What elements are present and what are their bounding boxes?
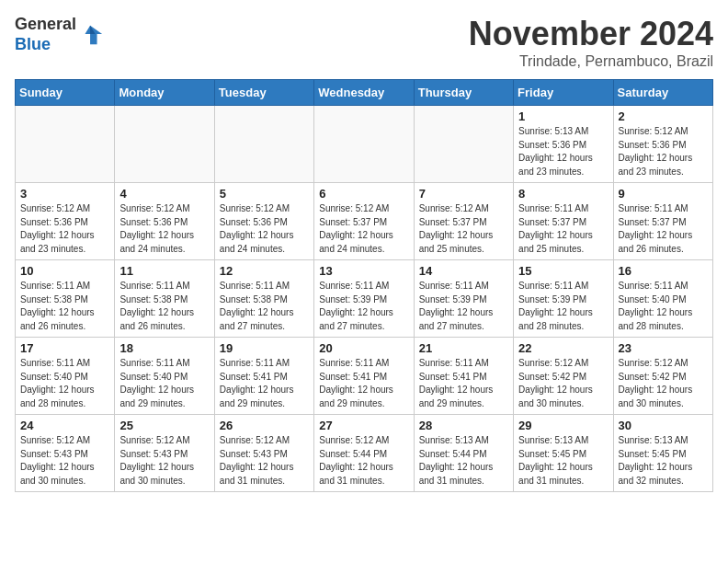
weekday-header-monday: Monday — [115, 80, 214, 106]
day-info: Sunrise: 5:11 AM Sunset: 5:41 PM Dayligh… — [319, 357, 408, 410]
day-number: 8 — [518, 187, 608, 201]
day-number: 9 — [619, 187, 708, 201]
day-number: 21 — [419, 341, 508, 355]
day-info: Sunrise: 5:11 AM Sunset: 5:41 PM Dayligh… — [220, 357, 309, 410]
calendar-cell: 9Sunrise: 5:11 AM Sunset: 5:37 PM Daylig… — [613, 183, 712, 260]
calendar-cell: 3Sunrise: 5:12 AM Sunset: 5:36 PM Daylig… — [16, 183, 115, 260]
day-number: 7 — [419, 187, 508, 201]
day-info: Sunrise: 5:12 AM Sunset: 5:36 PM Dayligh… — [20, 202, 109, 256]
logo: General Blue — [15, 15, 104, 54]
day-number: 29 — [518, 419, 608, 432]
calendar-cell: 21Sunrise: 5:11 AM Sunset: 5:41 PM Dayli… — [414, 338, 513, 415]
calendar-cell: 16Sunrise: 5:11 AM Sunset: 5:40 PM Dayli… — [613, 260, 712, 338]
day-info: Sunrise: 5:11 AM Sunset: 5:39 PM Dayligh… — [419, 280, 508, 333]
calendar-cell: 24Sunrise: 5:12 AM Sunset: 5:43 PM Dayli… — [16, 415, 115, 492]
day-number: 27 — [319, 419, 408, 432]
day-number: 28 — [419, 419, 508, 432]
day-info: Sunrise: 5:11 AM Sunset: 5:40 PM Dayligh… — [619, 280, 708, 333]
day-number: 18 — [119, 341, 209, 355]
day-info: Sunrise: 5:12 AM Sunset: 5:43 PM Dayligh… — [20, 434, 109, 488]
day-info: Sunrise: 5:12 AM Sunset: 5:42 PM Dayligh… — [619, 357, 708, 410]
day-info: Sunrise: 5:11 AM Sunset: 5:37 PM Dayligh… — [619, 202, 708, 256]
logo-icon — [78, 22, 104, 48]
calendar-cell: 8Sunrise: 5:11 AM Sunset: 5:37 PM Daylig… — [514, 183, 613, 260]
weekday-header-thursday: Thursday — [414, 80, 513, 106]
day-number: 12 — [220, 264, 309, 278]
calendar-cell: 22Sunrise: 5:12 AM Sunset: 5:42 PM Dayli… — [514, 338, 613, 415]
day-info: Sunrise: 5:11 AM Sunset: 5:38 PM Dayligh… — [220, 280, 309, 333]
day-number: 23 — [619, 341, 708, 355]
calendar-cell — [115, 106, 214, 183]
day-info: Sunrise: 5:12 AM Sunset: 5:44 PM Dayligh… — [319, 434, 408, 488]
calendar-cell: 23Sunrise: 5:12 AM Sunset: 5:42 PM Dayli… — [613, 338, 712, 415]
day-info: Sunrise: 5:11 AM Sunset: 5:37 PM Dayligh… — [518, 202, 608, 256]
logo-blue: Blue — [15, 35, 51, 53]
calendar-cell: 25Sunrise: 5:12 AM Sunset: 5:43 PM Dayli… — [115, 415, 214, 492]
calendar-cell: 18Sunrise: 5:11 AM Sunset: 5:40 PM Dayli… — [115, 338, 214, 415]
day-number: 10 — [20, 264, 109, 278]
calendar-week-row: 10Sunrise: 5:11 AM Sunset: 5:38 PM Dayli… — [16, 260, 713, 338]
weekday-header-tuesday: Tuesday — [214, 80, 313, 106]
weekday-header-friday: Friday — [514, 80, 613, 106]
calendar-week-row: 24Sunrise: 5:12 AM Sunset: 5:43 PM Dayli… — [16, 415, 713, 492]
calendar-cell — [214, 106, 313, 183]
day-number: 30 — [619, 419, 708, 432]
day-number: 5 — [220, 187, 309, 201]
calendar-week-row: 3Sunrise: 5:12 AM Sunset: 5:36 PM Daylig… — [16, 183, 713, 260]
calendar-cell: 15Sunrise: 5:11 AM Sunset: 5:39 PM Dayli… — [514, 260, 613, 338]
calendar-cell: 17Sunrise: 5:11 AM Sunset: 5:40 PM Dayli… — [16, 338, 115, 415]
weekday-header-row: SundayMondayTuesdayWednesdayThursdayFrid… — [16, 80, 713, 106]
calendar-cell — [314, 106, 414, 183]
calendar-cell: 19Sunrise: 5:11 AM Sunset: 5:41 PM Dayli… — [214, 338, 313, 415]
calendar-cell: 26Sunrise: 5:12 AM Sunset: 5:43 PM Dayli… — [214, 415, 313, 492]
day-info: Sunrise: 5:13 AM Sunset: 5:45 PM Dayligh… — [619, 434, 708, 488]
page-header: General Blue November 2024 Trindade, Per… — [15, 15, 713, 70]
day-info: Sunrise: 5:12 AM Sunset: 5:43 PM Dayligh… — [220, 434, 309, 488]
calendar-cell: 30Sunrise: 5:13 AM Sunset: 5:45 PM Dayli… — [613, 415, 712, 492]
day-info: Sunrise: 5:11 AM Sunset: 5:39 PM Dayligh… — [319, 280, 408, 333]
month-title: November 2024 — [469, 15, 713, 53]
day-number: 1 — [518, 109, 608, 123]
calendar-cell: 28Sunrise: 5:13 AM Sunset: 5:44 PM Dayli… — [414, 415, 513, 492]
day-number: 22 — [518, 341, 608, 355]
day-number: 13 — [319, 264, 408, 278]
calendar-cell — [414, 106, 513, 183]
calendar-cell: 5Sunrise: 5:12 AM Sunset: 5:36 PM Daylig… — [214, 183, 313, 260]
calendar-cell: 2Sunrise: 5:12 AM Sunset: 5:36 PM Daylig… — [613, 106, 712, 183]
day-number: 4 — [119, 187, 209, 201]
calendar-header: SundayMondayTuesdayWednesdayThursdayFrid… — [16, 80, 713, 106]
calendar-week-row: 17Sunrise: 5:11 AM Sunset: 5:40 PM Dayli… — [16, 338, 713, 415]
calendar-cell: 14Sunrise: 5:11 AM Sunset: 5:39 PM Dayli… — [414, 260, 513, 338]
calendar-cell: 10Sunrise: 5:11 AM Sunset: 5:38 PM Dayli… — [16, 260, 115, 338]
day-info: Sunrise: 5:12 AM Sunset: 5:36 PM Dayligh… — [220, 202, 309, 256]
svg-marker-0 — [85, 25, 103, 44]
calendar-cell: 11Sunrise: 5:11 AM Sunset: 5:38 PM Dayli… — [115, 260, 214, 338]
calendar-cell: 20Sunrise: 5:11 AM Sunset: 5:41 PM Dayli… — [314, 338, 414, 415]
day-number: 11 — [119, 264, 209, 278]
day-info: Sunrise: 5:12 AM Sunset: 5:36 PM Dayligh… — [119, 202, 209, 256]
day-info: Sunrise: 5:11 AM Sunset: 5:40 PM Dayligh… — [119, 357, 209, 410]
calendar-cell — [16, 106, 115, 183]
day-info: Sunrise: 5:11 AM Sunset: 5:39 PM Dayligh… — [518, 280, 608, 333]
day-number: 15 — [518, 264, 608, 278]
day-info: Sunrise: 5:11 AM Sunset: 5:38 PM Dayligh… — [119, 280, 209, 333]
day-number: 3 — [20, 187, 109, 201]
day-info: Sunrise: 5:12 AM Sunset: 5:36 PM Dayligh… — [619, 125, 708, 178]
weekday-header-sunday: Sunday — [16, 80, 115, 106]
day-number: 26 — [220, 419, 309, 432]
day-info: Sunrise: 5:11 AM Sunset: 5:41 PM Dayligh… — [419, 357, 508, 410]
day-info: Sunrise: 5:11 AM Sunset: 5:38 PM Dayligh… — [20, 280, 109, 333]
day-number: 19 — [220, 341, 309, 355]
day-number: 25 — [119, 419, 209, 432]
calendar-table: SundayMondayTuesdayWednesdayThursdayFrid… — [15, 79, 713, 492]
calendar-cell: 1Sunrise: 5:13 AM Sunset: 5:36 PM Daylig… — [514, 106, 613, 183]
location-title: Trindade, Pernambuco, Brazil — [469, 53, 713, 70]
day-info: Sunrise: 5:13 AM Sunset: 5:36 PM Dayligh… — [518, 125, 608, 178]
day-info: Sunrise: 5:11 AM Sunset: 5:40 PM Dayligh… — [20, 357, 109, 410]
day-number: 6 — [319, 187, 408, 201]
calendar-body: 1Sunrise: 5:13 AM Sunset: 5:36 PM Daylig… — [16, 106, 713, 492]
calendar-cell: 29Sunrise: 5:13 AM Sunset: 5:45 PM Dayli… — [514, 415, 613, 492]
day-number: 17 — [20, 341, 109, 355]
day-info: Sunrise: 5:13 AM Sunset: 5:45 PM Dayligh… — [518, 434, 608, 488]
day-info: Sunrise: 5:12 AM Sunset: 5:42 PM Dayligh… — [518, 357, 608, 410]
